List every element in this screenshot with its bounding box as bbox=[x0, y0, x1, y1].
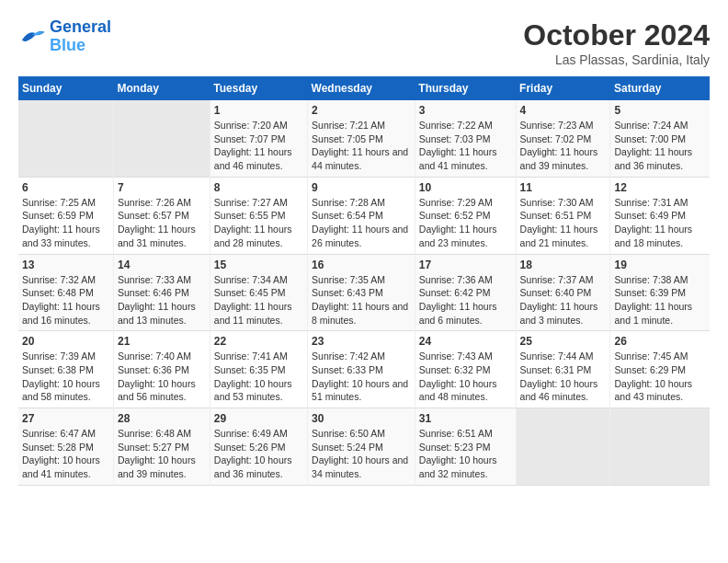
day-number: 29 bbox=[214, 412, 303, 425]
day-number: 4 bbox=[520, 104, 607, 117]
week-row-2: 6Sunrise: 7:25 AM Sunset: 6:59 PM Daylig… bbox=[18, 177, 710, 254]
header-day-wednesday: Wednesday bbox=[308, 76, 415, 100]
day-number: 12 bbox=[614, 181, 706, 194]
day-info: Sunrise: 7:32 AM Sunset: 6:48 PM Dayligh… bbox=[22, 273, 109, 327]
calendar-cell: 9Sunrise: 7:28 AM Sunset: 6:54 PM Daylig… bbox=[308, 177, 415, 254]
week-row-3: 13Sunrise: 7:32 AM Sunset: 6:48 PM Dayli… bbox=[18, 254, 710, 331]
day-number: 24 bbox=[419, 335, 512, 348]
calendar-cell: 8Sunrise: 7:27 AM Sunset: 6:55 PM Daylig… bbox=[210, 177, 307, 254]
day-number: 1 bbox=[214, 104, 303, 117]
calendar-cell: 26Sunrise: 7:45 AM Sunset: 6:29 PM Dayli… bbox=[610, 331, 710, 408]
day-info: Sunrise: 7:31 AM Sunset: 6:49 PM Dayligh… bbox=[614, 196, 706, 250]
week-row-4: 20Sunrise: 7:39 AM Sunset: 6:38 PM Dayli… bbox=[18, 331, 710, 408]
header-day-friday: Friday bbox=[516, 76, 610, 100]
calendar-cell: 3Sunrise: 7:22 AM Sunset: 7:03 PM Daylig… bbox=[415, 100, 516, 177]
calendar-cell: 28Sunrise: 6:48 AM Sunset: 5:27 PM Dayli… bbox=[114, 408, 210, 486]
calendar-cell: 20Sunrise: 7:39 AM Sunset: 6:38 PM Dayli… bbox=[18, 331, 114, 408]
day-info: Sunrise: 7:26 AM Sunset: 6:57 PM Dayligh… bbox=[118, 196, 206, 250]
day-number: 17 bbox=[419, 259, 512, 271]
day-number: 10 bbox=[419, 181, 512, 194]
day-info: Sunrise: 7:42 AM Sunset: 6:33 PM Dayligh… bbox=[312, 350, 411, 404]
header-day-monday: Monday bbox=[114, 76, 210, 100]
day-info: Sunrise: 7:35 AM Sunset: 6:43 PM Dayligh… bbox=[312, 273, 411, 327]
day-info: Sunrise: 7:41 AM Sunset: 6:35 PM Dayligh… bbox=[214, 350, 303, 404]
day-number: 19 bbox=[614, 259, 706, 271]
day-info: Sunrise: 7:39 AM Sunset: 6:38 PM Dayligh… bbox=[22, 350, 109, 404]
day-info: Sunrise: 6:47 AM Sunset: 5:28 PM Dayligh… bbox=[22, 427, 109, 481]
day-info: Sunrise: 7:24 AM Sunset: 7:00 PM Dayligh… bbox=[614, 119, 706, 173]
page-header: GeneralBlue October 2024 Las Plassas, Sa… bbox=[18, 18, 710, 67]
calendar-cell: 2Sunrise: 7:21 AM Sunset: 7:05 PM Daylig… bbox=[308, 100, 415, 177]
logo-text: GeneralBlue bbox=[50, 18, 111, 55]
header-day-saturday: Saturday bbox=[610, 76, 710, 100]
calendar-cell: 21Sunrise: 7:40 AM Sunset: 6:36 PM Dayli… bbox=[114, 331, 210, 408]
day-number: 14 bbox=[118, 259, 206, 271]
day-info: Sunrise: 7:33 AM Sunset: 6:46 PM Dayligh… bbox=[118, 273, 206, 327]
day-info: Sunrise: 7:23 AM Sunset: 7:02 PM Dayligh… bbox=[520, 119, 607, 173]
day-info: Sunrise: 6:51 AM Sunset: 5:23 PM Dayligh… bbox=[419, 427, 512, 481]
header-row: SundayMondayTuesdayWednesdayThursdayFrid… bbox=[18, 76, 710, 100]
calendar-cell: 14Sunrise: 7:33 AM Sunset: 6:46 PM Dayli… bbox=[114, 254, 210, 331]
day-number: 25 bbox=[520, 335, 607, 348]
calendar-cell: 18Sunrise: 7:37 AM Sunset: 6:40 PM Dayli… bbox=[516, 254, 610, 331]
logo: GeneralBlue bbox=[18, 18, 111, 55]
calendar-cell bbox=[114, 100, 210, 177]
calendar-cell: 6Sunrise: 7:25 AM Sunset: 6:59 PM Daylig… bbox=[18, 177, 114, 254]
day-info: Sunrise: 6:49 AM Sunset: 5:26 PM Dayligh… bbox=[214, 427, 303, 481]
calendar-cell: 24Sunrise: 7:43 AM Sunset: 6:32 PM Dayli… bbox=[415, 331, 516, 408]
day-number: 20 bbox=[22, 335, 109, 348]
day-info: Sunrise: 7:45 AM Sunset: 6:29 PM Dayligh… bbox=[614, 350, 706, 404]
day-number: 16 bbox=[312, 259, 411, 271]
day-number: 26 bbox=[614, 335, 706, 348]
day-info: Sunrise: 7:27 AM Sunset: 6:55 PM Dayligh… bbox=[214, 196, 303, 250]
calendar-cell: 11Sunrise: 7:30 AM Sunset: 6:51 PM Dayli… bbox=[516, 177, 610, 254]
calendar-cell: 5Sunrise: 7:24 AM Sunset: 7:00 PM Daylig… bbox=[610, 100, 710, 177]
calendar-cell: 13Sunrise: 7:32 AM Sunset: 6:48 PM Dayli… bbox=[18, 254, 114, 331]
header-day-tuesday: Tuesday bbox=[210, 76, 307, 100]
calendar-cell: 7Sunrise: 7:26 AM Sunset: 6:57 PM Daylig… bbox=[114, 177, 210, 254]
calendar-cell: 12Sunrise: 7:31 AM Sunset: 6:49 PM Dayli… bbox=[610, 177, 710, 254]
calendar-cell: 29Sunrise: 6:49 AM Sunset: 5:26 PM Dayli… bbox=[210, 408, 307, 486]
calendar-cell: 15Sunrise: 7:34 AM Sunset: 6:45 PM Dayli… bbox=[210, 254, 307, 331]
day-number: 23 bbox=[312, 335, 411, 348]
day-number: 13 bbox=[22, 259, 109, 271]
day-number: 15 bbox=[214, 259, 303, 271]
month-title: October 2024 bbox=[523, 18, 710, 52]
day-info: Sunrise: 6:50 AM Sunset: 5:24 PM Dayligh… bbox=[312, 427, 411, 481]
day-info: Sunrise: 7:20 AM Sunset: 7:07 PM Dayligh… bbox=[214, 119, 303, 173]
day-number: 30 bbox=[312, 412, 411, 425]
day-number: 9 bbox=[312, 181, 411, 194]
calendar-cell: 23Sunrise: 7:42 AM Sunset: 6:33 PM Dayli… bbox=[308, 331, 415, 408]
calendar-cell: 17Sunrise: 7:36 AM Sunset: 6:42 PM Dayli… bbox=[415, 254, 516, 331]
day-number: 11 bbox=[520, 181, 607, 194]
calendar-cell: 4Sunrise: 7:23 AM Sunset: 7:02 PM Daylig… bbox=[516, 100, 610, 177]
calendar-cell bbox=[610, 408, 710, 486]
calendar-cell: 10Sunrise: 7:29 AM Sunset: 6:52 PM Dayli… bbox=[415, 177, 516, 254]
calendar-cell: 25Sunrise: 7:44 AM Sunset: 6:31 PM Dayli… bbox=[516, 331, 610, 408]
day-number: 28 bbox=[118, 412, 206, 425]
location: Las Plassas, Sardinia, Italy bbox=[523, 52, 710, 67]
day-info: Sunrise: 7:25 AM Sunset: 6:59 PM Dayligh… bbox=[22, 196, 109, 250]
calendar-cell: 16Sunrise: 7:35 AM Sunset: 6:43 PM Dayli… bbox=[308, 254, 415, 331]
calendar-cell: 27Sunrise: 6:47 AM Sunset: 5:28 PM Dayli… bbox=[18, 408, 114, 486]
day-number: 18 bbox=[520, 259, 607, 271]
day-number: 7 bbox=[118, 181, 206, 194]
day-info: Sunrise: 7:38 AM Sunset: 6:39 PM Dayligh… bbox=[614, 273, 706, 327]
day-info: Sunrise: 7:37 AM Sunset: 6:40 PM Dayligh… bbox=[520, 273, 607, 327]
day-number: 2 bbox=[312, 104, 411, 117]
header-day-thursday: Thursday bbox=[415, 76, 516, 100]
day-number: 5 bbox=[614, 104, 706, 117]
week-row-1: 1Sunrise: 7:20 AM Sunset: 7:07 PM Daylig… bbox=[18, 100, 710, 177]
day-number: 22 bbox=[214, 335, 303, 348]
logo-bird-icon bbox=[18, 26, 46, 48]
day-number: 27 bbox=[22, 412, 109, 425]
calendar-cell: 19Sunrise: 7:38 AM Sunset: 6:39 PM Dayli… bbox=[610, 254, 710, 331]
calendar-cell: 1Sunrise: 7:20 AM Sunset: 7:07 PM Daylig… bbox=[210, 100, 307, 177]
day-info: Sunrise: 7:40 AM Sunset: 6:36 PM Dayligh… bbox=[118, 350, 206, 404]
day-info: Sunrise: 7:36 AM Sunset: 6:42 PM Dayligh… bbox=[419, 273, 512, 327]
day-info: Sunrise: 7:21 AM Sunset: 7:05 PM Dayligh… bbox=[312, 119, 411, 173]
day-info: Sunrise: 7:22 AM Sunset: 7:03 PM Dayligh… bbox=[419, 119, 512, 173]
day-info: Sunrise: 7:28 AM Sunset: 6:54 PM Dayligh… bbox=[312, 196, 411, 250]
calendar-cell bbox=[516, 408, 610, 486]
day-number: 31 bbox=[419, 412, 512, 425]
